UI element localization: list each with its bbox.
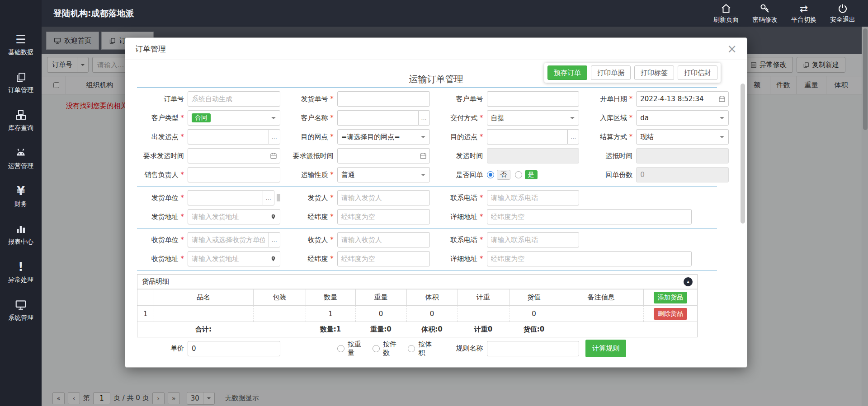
sidebar-item-label: 基础数据: [8, 48, 33, 56]
receipt-no-label[interactable]: 否: [497, 170, 510, 180]
by-pieces-radio[interactable]: [373, 345, 380, 352]
transport-nature-select[interactable]: 普通: [337, 167, 430, 182]
print-label-button[interactable]: 打印标签: [634, 65, 674, 80]
sidebar-item-system-management[interactable]: 系统管理: [0, 291, 42, 329]
dest-point-input[interactable]: [487, 129, 568, 145]
consignee-latlng-input[interactable]: [337, 251, 430, 266]
customer-lookup-button[interactable]: …: [418, 110, 430, 126]
sidebar-item-order-management[interactable]: 订单管理: [0, 63, 42, 101]
calendar-icon[interactable]: [716, 92, 728, 106]
by-volume-radio[interactable]: [408, 345, 415, 352]
shipper-phone-input[interactable]: [487, 190, 580, 205]
goods-row-calc-weight[interactable]: [458, 306, 509, 322]
consignee-person-input[interactable]: [337, 232, 430, 247]
calendar-icon[interactable]: [267, 149, 280, 163]
field-unit-price: 单价: [137, 341, 287, 356]
delivery-method-select[interactable]: 自提: [487, 110, 580, 126]
goods-row-value[interactable]: 0: [509, 306, 559, 322]
sidebar-item-basic-data[interactable]: ☰ 基础数据: [0, 25, 42, 63]
goods-row-qty[interactable]: 1: [306, 306, 355, 322]
by-weight-radio[interactable]: [337, 345, 344, 352]
map-pin-icon[interactable]: [267, 252, 280, 266]
depart-point-input[interactable]: [188, 129, 269, 145]
form-row: 客户类型 合同 客户名称: [137, 110, 735, 126]
sidebar-item-operations[interactable]: 运营管理: [0, 139, 42, 177]
calendar-icon[interactable]: [417, 149, 429, 163]
goods-col-volume: 体积: [406, 289, 458, 306]
print-envelope-button[interactable]: 打印信封: [678, 65, 717, 80]
field-rule-name: 规则名称: [436, 341, 586, 356]
shipper-unit-input[interactable]: [188, 190, 263, 205]
inbound-area-select[interactable]: da: [636, 110, 729, 126]
goods-row-remarks[interactable]: [559, 306, 643, 322]
inventory-icon: [15, 108, 26, 122]
consignee-phone-input[interactable]: [487, 232, 580, 247]
req-arrive-time-input[interactable]: [337, 148, 430, 163]
calc-rule-button[interactable]: 计算规则: [585, 340, 626, 357]
safe-logout-button[interactable]: 安全退出: [830, 3, 855, 24]
sidebar-item-finance[interactable]: ¥ 财务: [0, 177, 42, 215]
customer-type-select[interactable]: 合同: [188, 110, 280, 126]
dest-point-lookup-button[interactable]: …: [567, 129, 579, 145]
add-goods-button[interactable]: 添加货品: [654, 292, 687, 303]
map-pin-icon[interactable]: [267, 210, 280, 224]
chart-icon: [15, 222, 26, 236]
shipper-address-input[interactable]: [188, 209, 280, 224]
sidebar-item-exception-handling[interactable]: ! 异常处理: [0, 253, 42, 291]
consignee-address-input[interactable]: [188, 251, 280, 266]
customer-no-input[interactable]: [487, 91, 580, 107]
refresh-page-button[interactable]: 刷新页面: [713, 3, 739, 24]
rule-name-input[interactable]: [487, 341, 580, 356]
unit-price-input[interactable]: [188, 341, 280, 356]
shipper-unit-lookup-button[interactable]: …: [263, 190, 274, 205]
dest-branch-select[interactable]: =请选择目的网点=: [337, 129, 430, 145]
platform-switch-button[interactable]: ⇄ 平台切换: [791, 3, 816, 24]
sidebar-item-report-center[interactable]: 报表中心: [0, 215, 42, 253]
field-customer-no: 客户单号: [436, 91, 586, 107]
shipper-person-input[interactable]: [337, 190, 430, 205]
sidebar-item-inventory-query[interactable]: 库存查询: [0, 101, 42, 139]
req-ship-time-input[interactable]: [188, 148, 280, 163]
goods-row-weight[interactable]: 0: [355, 306, 406, 322]
settlement-select[interactable]: 现结: [636, 129, 729, 145]
home-icon: [721, 3, 731, 14]
customer-name-input[interactable]: [337, 110, 418, 126]
orders-icon: [15, 70, 26, 84]
depart-point-lookup-button[interactable]: …: [269, 129, 280, 145]
by-pieces-label[interactable]: 按件数: [383, 340, 401, 357]
sales-person-input[interactable]: [188, 167, 280, 182]
print-document-button[interactable]: 打印单据: [591, 65, 631, 80]
by-volume-label[interactable]: 按体积: [418, 340, 436, 357]
receipt-no-radio[interactable]: [487, 171, 494, 178]
field-receipt-count: 回单份数: [585, 167, 735, 182]
receipt-yes-radio[interactable]: [515, 171, 522, 178]
modal-scrollbar-thumb[interactable]: [741, 84, 745, 224]
ship-no-input[interactable]: [337, 91, 430, 107]
goods-row-volume[interactable]: 0: [406, 306, 458, 322]
order-no-input[interactable]: [188, 91, 280, 107]
consignee-unit-lookup-button[interactable]: …: [269, 232, 280, 247]
goods-row-action: 删除货品: [643, 306, 697, 322]
goods-row-index: 1: [137, 306, 154, 322]
change-password-button[interactable]: 密码修改: [752, 3, 778, 24]
goods-col-name: 品名: [154, 289, 253, 306]
robot-icon: [15, 146, 27, 160]
exception-icon: !: [18, 260, 24, 274]
by-weight-label[interactable]: 按重量: [348, 340, 365, 357]
presave-order-button[interactable]: 预存订单: [547, 65, 587, 80]
consignee-detail-address-input[interactable]: [487, 251, 692, 266]
collapse-icon[interactable]: ▴: [684, 277, 693, 286]
goods-row-packaging[interactable]: [253, 306, 306, 322]
customer-type-tag: 合同: [192, 113, 211, 122]
shipper-detail-address-input[interactable]: [487, 209, 692, 224]
delete-goods-button[interactable]: 删除货品: [654, 308, 687, 320]
goods-table-header-row: 品名 包装 数量 重量 体积 计重 货值 备注信息 添加货品: [137, 289, 697, 306]
consignee-unit-input[interactable]: [188, 232, 269, 247]
shipper-latlng-input[interactable]: [337, 209, 430, 224]
goods-row-name[interactable]: [154, 306, 253, 322]
receipt-yes-label[interactable]: 是: [525, 170, 538, 179]
open-date-input[interactable]: [636, 91, 729, 107]
modal-scrollbar[interactable]: [741, 84, 745, 364]
shipper-unit-handle[interactable]: [277, 194, 280, 201]
close-icon[interactable]: ×: [727, 43, 737, 55]
